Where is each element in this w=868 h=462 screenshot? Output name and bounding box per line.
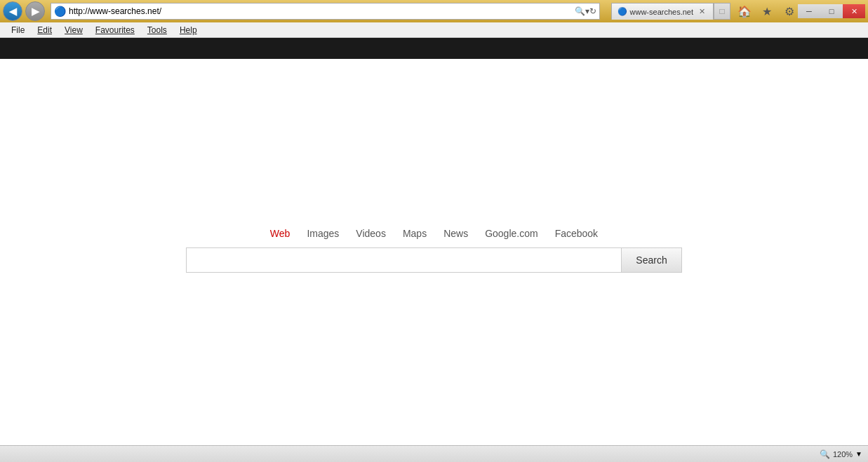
refresh-button[interactable]: ↻: [589, 6, 596, 16]
zoom-label: 120%: [833, 450, 853, 458]
tools-button[interactable]: ⚙: [781, 3, 798, 20]
status-bar: 🔍 120% ▼: [0, 445, 868, 462]
nav-link-google[interactable]: Google.com: [485, 228, 538, 239]
black-toolbar: [0, 38, 868, 59]
forward-button[interactable]: ▶: [25, 1, 45, 21]
new-tab-button[interactable]: □: [714, 3, 730, 20]
nav-link-facebook[interactable]: Facebook: [555, 228, 598, 239]
nav-link-videos[interactable]: Videos: [356, 228, 386, 239]
nav-links: Web Images Videos Maps News Google.com F…: [270, 228, 598, 239]
zoom-dropdown-button[interactable]: ▼: [855, 450, 862, 458]
search-button[interactable]: Search: [621, 247, 681, 273]
nav-link-maps[interactable]: Maps: [403, 228, 427, 239]
ie-icon: 🔵: [54, 6, 66, 17]
browser-window: ◀ ▶ 🔵 🔍▾ ↻ 🔵 www-searches.net ✕ □: [0, 0, 868, 462]
zoom-area: 🔍 120% ▼: [820, 449, 862, 459]
tab-bar: 🔵 www-searches.net ✕ □: [611, 3, 730, 20]
search-address-icon[interactable]: 🔍▾: [575, 6, 589, 16]
menu-bar: File Edit View Favourites Tools Help: [0, 22, 868, 38]
minimize-button[interactable]: ─: [798, 4, 820, 18]
tab-icon: 🔵: [617, 7, 627, 16]
search-input[interactable]: [186, 247, 621, 273]
window-controls: ─ □ ✕: [798, 4, 865, 18]
title-bar-left: ◀ ▶ 🔵 🔍▾ ↻ 🔵 www-searches.net ✕ □: [3, 1, 730, 21]
nav-link-news[interactable]: News: [443, 228, 468, 239]
close-button[interactable]: ✕: [843, 4, 865, 18]
search-row: Search: [186, 247, 681, 273]
search-section: Web Images Videos Maps News Google.com F…: [186, 228, 681, 273]
menu-help[interactable]: Help: [174, 24, 203, 36]
menu-file[interactable]: File: [6, 24, 30, 36]
toolbar-icons: 🏠 ★ ⚙: [736, 3, 798, 20]
menu-favourites[interactable]: Favourites: [90, 24, 140, 36]
browser-main: Web Images Videos Maps News Google.com F…: [0, 38, 868, 462]
menu-view[interactable]: View: [59, 24, 88, 36]
tab-close-button[interactable]: ✕: [696, 6, 707, 18]
nav-link-web[interactable]: Web: [270, 228, 291, 239]
title-bar: ◀ ▶ 🔵 🔍▾ ↻ 🔵 www-searches.net ✕ □: [0, 0, 868, 22]
address-bar: 🔵 🔍▾ ↻: [51, 3, 600, 20]
nav-link-images[interactable]: Images: [307, 228, 339, 239]
tab-label: www-searches.net: [630, 8, 693, 16]
restore-button[interactable]: □: [820, 4, 843, 18]
favorites-button[interactable]: ★: [759, 3, 775, 20]
menu-tools[interactable]: Tools: [142, 24, 173, 36]
browser-content: Web Images Videos Maps News Google.com F…: [0, 59, 868, 462]
address-input[interactable]: [69, 6, 575, 16]
new-tab-icon: □: [719, 6, 724, 16]
menu-edit[interactable]: Edit: [32, 24, 58, 36]
back-button[interactable]: ◀: [3, 1, 22, 21]
zoom-icon: 🔍: [820, 449, 830, 459]
active-tab[interactable]: 🔵 www-searches.net ✕: [611, 3, 714, 20]
home-button[interactable]: 🏠: [736, 3, 753, 20]
